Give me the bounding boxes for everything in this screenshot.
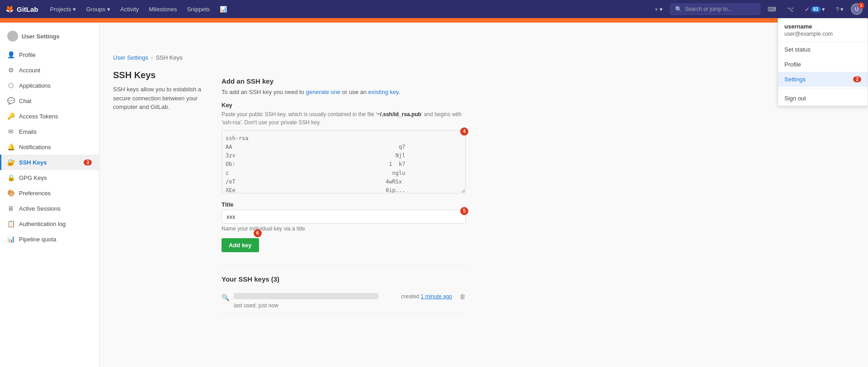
nav-groups[interactable]: Groups ▾ — [81, 4, 115, 14]
step-badge-5: 5 — [460, 207, 468, 215]
active-sessions-icon: 🖥 — [7, 205, 14, 212]
breadcrumb-current: SSH Keys — [156, 54, 182, 61]
user-dropdown-header: username user@example.com — [778, 19, 868, 42]
key-field-hint: Paste your public SSH key, which is usua… — [222, 110, 466, 127]
nav-projects[interactable]: Projects ▾ — [46, 4, 81, 14]
key-textarea-wrapper: ssh-rsa AA q7 3zv Njl Ob: 1 k7 c — [222, 130, 466, 195]
brand-name: GitLab — [17, 5, 38, 13]
settings-badge: 2 — [853, 76, 861, 82]
title-input-wrapper: 5 — [222, 210, 466, 224]
preferences-icon: 🎨 — [7, 189, 14, 197]
ssh-keys-icon: 🔐 — [7, 159, 14, 166]
merge-requests-button[interactable]: ⌥ — [783, 4, 797, 14]
add-section-title: Add an SSH key — [222, 77, 466, 85]
ssh-key-name — [234, 293, 378, 299]
issues-button[interactable]: ✓ 83 ▾ — [801, 4, 829, 14]
account-icon: ⚙ — [7, 66, 14, 74]
existing-key-link[interactable]: existing key — [368, 89, 399, 95]
emails-icon: ✉ — [7, 128, 14, 135]
keyboard-shortcut-button[interactable]: ⌨ — [764, 4, 780, 14]
sidebar-item-chat[interactable]: 💬 Chat — [0, 93, 99, 108]
breadcrumb-separator: › — [151, 54, 153, 61]
sidebar: User Settings 👤 Profile ⚙ Account ⬡ Appl… — [0, 23, 99, 367]
promo-banner — [0, 18, 868, 23]
chevron-down-icon: ▾ — [660, 6, 663, 13]
dropdown-username: username — [784, 23, 861, 30]
sidebar-item-pipeline-quota[interactable]: 📊 Pipeline quota — [0, 231, 99, 247]
sidebar-title: User Settings — [0, 27, 99, 45]
sidebar-item-preferences[interactable]: 🎨 Preferences — [0, 185, 99, 201]
nav-snippets[interactable]: Snippets — [182, 4, 214, 14]
page-right-column: Add an SSH key To add an SSH key you nee… — [222, 70, 466, 314]
access-tokens-icon: 🔑 — [7, 113, 14, 120]
sidebar-item-active-sessions[interactable]: 🖥 Active Sessions — [0, 201, 99, 216]
brand-logo[interactable]: 🦊 GitLab — [5, 5, 38, 13]
step-badge-6: 6 — [254, 229, 262, 237]
breadcrumb: User Settings › SSH Keys — [113, 54, 854, 61]
help-button[interactable]: ? ▾ — [832, 4, 847, 14]
ssh-key-last-used: last used: just now — [234, 302, 278, 309]
user-avatar-button[interactable]: U 1 — [851, 3, 863, 15]
issues-badge: 83 — [811, 6, 821, 12]
profile-icon: 👤 — [7, 51, 14, 58]
search-box[interactable]: 🔍 Search or jump to... — [670, 4, 760, 15]
ssh-key-actions: created 1 minute ago 🗑 — [401, 293, 466, 300]
top-navigation: 🦊 GitLab Projects ▾ Groups ▾ Activity Mi… — [0, 0, 868, 18]
chevron-down-icon: ▾ — [107, 6, 110, 13]
add-section-description: To add an SSH key you need to generate o… — [222, 88, 466, 97]
sidebar-item-emails[interactable]: ✉ Emails — [0, 124, 99, 139]
nav-activity[interactable]: Activity — [116, 4, 143, 14]
ssh-keys-list-section: Your SSH keys (3) 🔍 last used: just now … — [222, 266, 466, 314]
chevron-down-icon: ▾ — [822, 6, 825, 13]
dropdown-profile[interactable]: Profile — [778, 57, 868, 72]
title-input[interactable] — [222, 210, 466, 224]
ssh-key-search-icon: 🔍 — [222, 294, 229, 301]
sidebar-item-account[interactable]: ⚙ Account — [0, 62, 99, 78]
chevron-down-icon: ▾ — [840, 6, 844, 13]
flame-icon: 🦊 — [5, 5, 14, 13]
sidebar-item-gpg-keys[interactable]: 🔒 GPG Keys — [0, 170, 99, 185]
sidebar-avatar — [7, 31, 18, 42]
pipeline-quota-icon: 📊 — [7, 235, 14, 243]
issues-icon: ✓ — [805, 6, 810, 13]
key-textarea[interactable]: ssh-rsa AA q7 3zv Njl Ob: 1 k7 c — [222, 130, 466, 193]
ssh-key-delete-button[interactable]: 🗑 — [459, 293, 466, 300]
nav-milestones[interactable]: Milestones — [144, 4, 181, 14]
help-icon: ? — [836, 6, 839, 13]
dropdown-settings[interactable]: Settings 2 — [778, 72, 868, 87]
add-key-button[interactable]: Add key — [222, 238, 259, 252]
avatar-notification-badge: 1 — [858, 2, 864, 9]
ssh-key-info: last used: just now — [234, 293, 396, 309]
dropdown-set-status[interactable]: Set status — [778, 42, 868, 57]
generate-one-link[interactable]: generate one — [306, 89, 340, 95]
add-key-btn-wrapper: Add key 6 — [222, 232, 259, 252]
gpg-keys-icon: 🔒 — [7, 174, 14, 181]
sidebar-item-auth-log[interactable]: 📋 Authentication log — [0, 216, 99, 231]
search-placeholder: Search or jump to... — [685, 6, 732, 12]
plus-icon: + — [655, 6, 658, 13]
breadcrumb-user-settings[interactable]: User Settings — [113, 54, 148, 61]
page-left-column: SSH Keys SSH keys allow you to establish… — [113, 70, 203, 314]
notifications-icon: 🔔 — [7, 143, 14, 151]
sidebar-item-profile[interactable]: 👤 Profile — [0, 47, 99, 62]
sidebar-item-notifications[interactable]: 🔔 Notifications — [0, 139, 99, 155]
nav-chart[interactable]: 📊 — [215, 4, 231, 14]
ssh-key-created: created 1 minute ago — [401, 293, 452, 300]
page-description: SSH keys allow you to establish a secure… — [113, 85, 203, 112]
ssh-key-created-time[interactable]: 1 minute ago — [421, 293, 452, 300]
sidebar-item-access-tokens[interactable]: 🔑 Access Tokens — [0, 108, 99, 124]
new-item-button[interactable]: + ▾ — [651, 4, 666, 14]
dropdown-email: user@example.com — [784, 31, 861, 37]
applications-icon: ⬡ — [7, 82, 14, 89]
page-content: SSH Keys SSH keys allow you to establish… — [113, 70, 854, 314]
keyboard-icon: ⌨ — [768, 6, 776, 13]
sidebar-item-ssh-keys[interactable]: 🔐 SSH Keys 3 — [0, 155, 99, 170]
step-badge-4: 4 — [460, 127, 468, 136]
sidebar-item-applications[interactable]: ⬡ Applications — [0, 78, 99, 93]
nav-right: + ▾ 🔍 Search or jump to... ⌨ ⌥ ✓ 83 ▾ ? … — [651, 3, 863, 15]
ssh-keys-badge: 3 — [84, 160, 92, 165]
dropdown-sign-out[interactable]: Sign out — [778, 91, 868, 106]
search-icon: 🔍 — [675, 6, 682, 13]
nav-links: Projects ▾ Groups ▾ Activity Milestones … — [46, 4, 232, 14]
sidebar-nav: 👤 Profile ⚙ Account ⬡ Applications 💬 Cha… — [0, 47, 99, 247]
